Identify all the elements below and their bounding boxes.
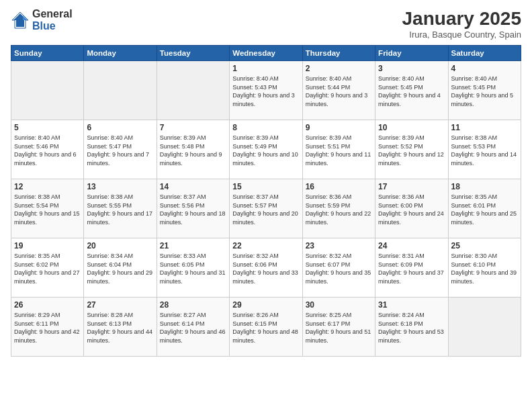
- day-number: 13: [87, 182, 153, 191]
- day-info: Sunrise: 8:28 AMSunset: 6:13 PMDaylight:…: [87, 311, 153, 345]
- day-number: 26: [14, 300, 81, 310]
- day-info: Sunrise: 8:32 AMSunset: 6:06 PMDaylight:…: [232, 252, 299, 285]
- day-cell: 8Sunrise: 8:39 AMSunset: 5:49 PMDaylight…: [230, 120, 302, 179]
- day-number: 27: [87, 300, 153, 310]
- day-number: 11: [451, 123, 518, 132]
- day-number: 1: [232, 64, 299, 73]
- day-cell: 25Sunrise: 8:30 AMSunset: 6:10 PMDayligh…: [448, 238, 521, 298]
- day-cell: 27Sunrise: 8:28 AMSunset: 6:13 PMDayligh…: [84, 298, 157, 357]
- day-cell: 19Sunrise: 8:35 AMSunset: 6:02 PMDayligh…: [11, 238, 84, 298]
- col-thursday: Thursday: [302, 46, 375, 61]
- day-info: Sunrise: 8:40 AMSunset: 5:44 PMDaylight:…: [306, 75, 372, 108]
- day-cell: 12Sunrise: 8:38 AMSunset: 5:54 PMDayligh…: [11, 179, 84, 238]
- day-cell: [84, 61, 157, 120]
- day-cell: 31Sunrise: 8:24 AMSunset: 6:18 PMDayligh…: [375, 298, 448, 357]
- week-row-4: 19Sunrise: 8:35 AMSunset: 6:02 PMDayligh…: [11, 238, 521, 298]
- day-number: 31: [378, 300, 445, 310]
- week-row-5: 26Sunrise: 8:29 AMSunset: 6:11 PMDayligh…: [11, 298, 521, 357]
- day-info: Sunrise: 8:38 AMSunset: 5:53 PMDaylight:…: [451, 134, 518, 167]
- day-info: Sunrise: 8:40 AMSunset: 5:45 PMDaylight:…: [451, 75, 518, 108]
- day-info: Sunrise: 8:29 AMSunset: 6:11 PMDaylight:…: [14, 311, 81, 345]
- day-cell: 13Sunrise: 8:38 AMSunset: 5:55 PMDayligh…: [84, 179, 157, 238]
- day-number: 19: [14, 241, 81, 250]
- calendar-body: 1Sunrise: 8:40 AMSunset: 5:43 PMDaylight…: [11, 61, 521, 357]
- day-info: Sunrise: 8:39 AMSunset: 5:52 PMDaylight:…: [378, 134, 445, 167]
- day-cell: 5Sunrise: 8:40 AMSunset: 5:46 PMDaylight…: [11, 120, 84, 179]
- day-number: 9: [306, 123, 372, 132]
- day-number: 23: [306, 241, 372, 250]
- day-number: 30: [306, 300, 372, 310]
- day-info: Sunrise: 8:30 AMSunset: 6:10 PMDaylight:…: [451, 252, 518, 285]
- day-number: 14: [160, 182, 226, 191]
- day-cell: 29Sunrise: 8:26 AMSunset: 6:15 PMDayligh…: [230, 298, 302, 357]
- day-info: Sunrise: 8:37 AMSunset: 5:56 PMDaylight:…: [160, 193, 226, 226]
- day-cell: 6Sunrise: 8:40 AMSunset: 5:47 PMDaylight…: [84, 120, 157, 179]
- day-info: Sunrise: 8:26 AMSunset: 6:15 PMDaylight:…: [232, 311, 299, 345]
- day-cell: 22Sunrise: 8:32 AMSunset: 6:06 PMDayligh…: [230, 238, 302, 298]
- calendar-title: January 2025: [402, 8, 521, 30]
- day-number: 17: [378, 182, 445, 191]
- day-number: 6: [87, 123, 153, 132]
- day-info: Sunrise: 8:27 AMSunset: 6:14 PMDaylight:…: [160, 311, 226, 345]
- day-info: Sunrise: 8:35 AMSunset: 6:01 PMDaylight:…: [451, 193, 518, 226]
- day-cell: [11, 61, 84, 120]
- day-cell: 28Sunrise: 8:27 AMSunset: 6:14 PMDayligh…: [157, 298, 229, 357]
- day-number: 4: [451, 64, 518, 73]
- logo: General Blue: [11, 8, 73, 32]
- day-cell: 17Sunrise: 8:36 AMSunset: 6:00 PMDayligh…: [375, 179, 448, 238]
- title-block: January 2025 Irura, Basque Country, Spai…: [402, 8, 521, 40]
- day-number: 16: [306, 182, 372, 191]
- header: General Blue January 2025 Irura, Basque …: [11, 8, 521, 40]
- day-number: 20: [87, 241, 153, 250]
- day-cell: 30Sunrise: 8:25 AMSunset: 6:17 PMDayligh…: [302, 298, 375, 357]
- day-cell: [448, 298, 521, 357]
- day-cell: 10Sunrise: 8:39 AMSunset: 5:52 PMDayligh…: [375, 120, 448, 179]
- day-cell: 2Sunrise: 8:40 AMSunset: 5:44 PMDaylight…: [302, 61, 375, 120]
- week-row-1: 1Sunrise: 8:40 AMSunset: 5:43 PMDaylight…: [11, 61, 521, 120]
- day-info: Sunrise: 8:34 AMSunset: 6:04 PMDaylight:…: [87, 252, 153, 285]
- day-number: 22: [232, 241, 299, 250]
- day-cell: 21Sunrise: 8:33 AMSunset: 6:05 PMDayligh…: [157, 238, 229, 298]
- day-info: Sunrise: 8:31 AMSunset: 6:09 PMDaylight:…: [378, 252, 445, 285]
- day-info: Sunrise: 8:40 AMSunset: 5:43 PMDaylight:…: [232, 75, 299, 108]
- day-cell: 26Sunrise: 8:29 AMSunset: 6:11 PMDayligh…: [11, 298, 84, 357]
- day-cell: 4Sunrise: 8:40 AMSunset: 5:45 PMDaylight…: [448, 61, 521, 120]
- day-number: 5: [14, 123, 81, 132]
- day-cell: 15Sunrise: 8:37 AMSunset: 5:57 PMDayligh…: [230, 179, 302, 238]
- day-info: Sunrise: 8:25 AMSunset: 6:17 PMDaylight:…: [306, 311, 372, 345]
- day-number: 15: [232, 182, 299, 191]
- day-info: Sunrise: 8:36 AMSunset: 6:00 PMDaylight:…: [378, 193, 445, 226]
- day-cell: 3Sunrise: 8:40 AMSunset: 5:45 PMDaylight…: [375, 61, 448, 120]
- day-info: Sunrise: 8:24 AMSunset: 6:18 PMDaylight:…: [378, 311, 445, 345]
- day-number: 18: [451, 182, 518, 191]
- day-number: 8: [232, 123, 299, 132]
- header-row: Sunday Monday Tuesday Wednesday Thursday…: [11, 46, 521, 61]
- day-cell: 11Sunrise: 8:38 AMSunset: 5:53 PMDayligh…: [448, 120, 521, 179]
- logo-blue-text: Blue: [32, 20, 73, 32]
- day-cell: 7Sunrise: 8:39 AMSunset: 5:48 PMDaylight…: [157, 120, 229, 179]
- day-number: 12: [14, 182, 81, 191]
- day-info: Sunrise: 8:39 AMSunset: 5:51 PMDaylight:…: [306, 134, 372, 167]
- day-number: 3: [378, 64, 445, 73]
- col-monday: Monday: [84, 46, 157, 61]
- day-info: Sunrise: 8:39 AMSunset: 5:48 PMDaylight:…: [160, 134, 226, 167]
- day-number: 10: [378, 123, 445, 132]
- day-info: Sunrise: 8:40 AMSunset: 5:47 PMDaylight:…: [87, 134, 153, 167]
- col-tuesday: Tuesday: [157, 46, 229, 61]
- col-saturday: Saturday: [448, 46, 521, 61]
- day-cell: [157, 61, 229, 120]
- day-number: 7: [160, 123, 226, 132]
- calendar-table: Sunday Monday Tuesday Wednesday Thursday…: [11, 45, 521, 357]
- week-row-3: 12Sunrise: 8:38 AMSunset: 5:54 PMDayligh…: [11, 179, 521, 238]
- day-info: Sunrise: 8:40 AMSunset: 5:45 PMDaylight:…: [378, 75, 445, 108]
- day-cell: 18Sunrise: 8:35 AMSunset: 6:01 PMDayligh…: [448, 179, 521, 238]
- day-info: Sunrise: 8:35 AMSunset: 6:02 PMDaylight:…: [14, 252, 81, 285]
- day-number: 2: [306, 64, 372, 73]
- day-info: Sunrise: 8:32 AMSunset: 6:07 PMDaylight:…: [306, 252, 372, 285]
- day-info: Sunrise: 8:38 AMSunset: 5:55 PMDaylight:…: [87, 193, 153, 226]
- logo-icon: [11, 11, 30, 30]
- day-cell: 16Sunrise: 8:36 AMSunset: 5:59 PMDayligh…: [302, 179, 375, 238]
- day-info: Sunrise: 8:37 AMSunset: 5:57 PMDaylight:…: [232, 193, 299, 226]
- day-info: Sunrise: 8:39 AMSunset: 5:49 PMDaylight:…: [232, 134, 299, 167]
- day-info: Sunrise: 8:40 AMSunset: 5:46 PMDaylight:…: [14, 134, 81, 167]
